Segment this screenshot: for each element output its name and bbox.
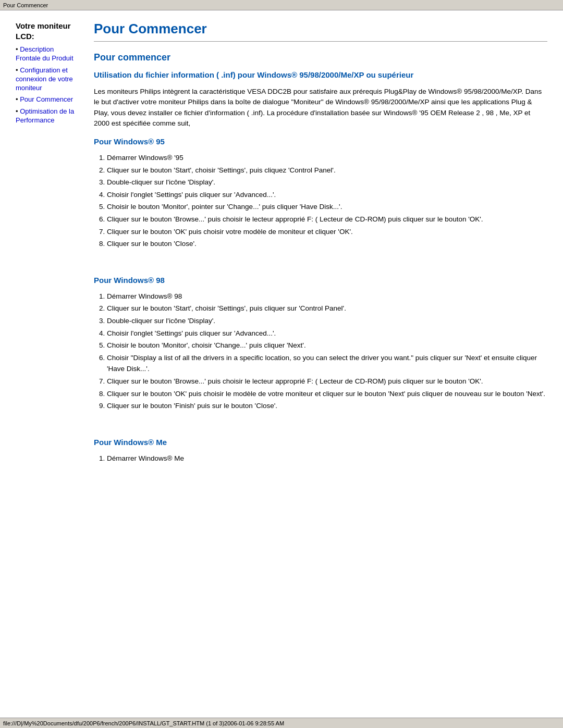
sidebar-item-performance[interactable]: Optimisation de la Performance (16, 107, 76, 125)
page-title: Pour Commencer (94, 21, 547, 37)
list-item: Choisir "Display a list of all the drive… (107, 352, 547, 375)
title-bar-text: Pour Commencer (3, 2, 48, 8)
windows95-steps: Démarrer Windows® '95 Cliquer sur le bou… (107, 152, 547, 250)
list-item: Cliquer sur le bouton 'Browse...' puis c… (107, 376, 547, 387)
title-divider (94, 41, 547, 42)
sidebar-link-configuration[interactable]: Configuration et connexion de votre moni… (16, 66, 73, 92)
windowsme-title: Pour Windows® Me (94, 438, 547, 447)
list-item: Démarrer Windows® 98 (107, 291, 547, 302)
sidebar: Votre moniteur LCD: Description Frontale… (16, 21, 83, 707)
windows98-steps: Démarrer Windows® 98 Cliquer sur le bout… (107, 291, 547, 412)
windowsme-block: Pour Windows® Me Démarrer Windows® Me (94, 438, 547, 464)
list-item: Cliquer sur le bouton 'Finish' puis sur … (107, 400, 547, 412)
intro-paragraph: Les moniteurs Philips intègrent la carac… (94, 87, 547, 129)
list-item: Double-cliquer sur l'icône 'Display'. (107, 315, 547, 327)
list-item: Démarrer Windows® Me (107, 453, 547, 464)
list-item: Démarrer Windows® '95 (107, 152, 547, 164)
sidebar-item-description[interactable]: Description Frontale du Produit (16, 45, 76, 63)
content-area: Pour Commencer Pour commencer Utilisatio… (83, 21, 547, 707)
title-bar: Pour Commencer (0, 0, 563, 10)
sidebar-link-commencer[interactable]: Pour Commencer (20, 95, 73, 103)
list-item: Cliquer sur le bouton 'Start', choisir '… (107, 165, 547, 176)
windows95-block: Pour Windows® 95 Démarrer Windows® '95 C… (94, 137, 547, 250)
list-item: Cliquer sur le bouton 'Close'. (107, 238, 547, 250)
subsection-title: Utilisation du fichier information ( .in… (94, 69, 547, 80)
status-bar-text: file:///D|/My%20Documents/dfu/200P6/fren… (3, 720, 284, 726)
sidebar-link-description[interactable]: Description Frontale du Produit (16, 45, 74, 62)
list-item: Choisir l'onglet 'Settings' puis cliquer… (107, 328, 547, 339)
list-item: Cliquer sur le bouton 'OK' puis choisir … (107, 388, 547, 400)
windows98-title: Pour Windows® 98 (94, 276, 547, 285)
sidebar-item-configuration[interactable]: Configuration et connexion de votre moni… (16, 66, 76, 93)
list-item: Cliquer sur le bouton 'Start', choisir '… (107, 303, 547, 314)
main-content: Votre moniteur LCD: Description Frontale… (0, 10, 563, 718)
list-item: Cliquer sur le bouton 'Browse...' puis c… (107, 214, 547, 225)
windows98-block: Pour Windows® 98 Démarrer Windows® 98 Cl… (94, 276, 547, 412)
list-item: Choisir le bouton 'Monitor', pointer sur… (107, 201, 547, 213)
sidebar-link-performance[interactable]: Optimisation de la Performance (16, 107, 74, 124)
section-title: Pour commencer (94, 52, 547, 63)
list-item: Choisir le bouton 'Monitor', choisir 'Ch… (107, 340, 547, 351)
list-item: Cliquer sur le bouton 'OK' puis choisir … (107, 226, 547, 238)
status-bar: file:///D|/My%20Documents/dfu/200P6/fren… (0, 718, 563, 728)
sidebar-heading: Votre moniteur LCD: (16, 21, 76, 41)
list-item: Double-cliquer sur l'icône 'Display'. (107, 177, 547, 188)
windowsme-steps: Démarrer Windows® Me (107, 453, 547, 464)
sidebar-item-commencer[interactable]: Pour Commencer (16, 95, 76, 104)
sidebar-links: Description Frontale du Produit Configur… (16, 45, 76, 125)
windows95-title: Pour Windows® 95 (94, 137, 547, 146)
list-item: Choisir l'onglet 'Settings' puis cliquer… (107, 189, 547, 201)
